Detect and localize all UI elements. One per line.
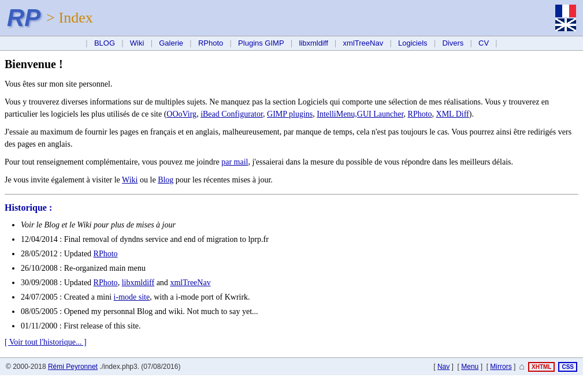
footer-path: ./index.php3. (07/08/2016)	[99, 363, 180, 371]
link-rphoto-history1[interactable]: RPhoto	[94, 249, 118, 258]
nav-blog[interactable]: BLOG	[90, 39, 120, 47]
site-logo: RP	[7, 6, 40, 30]
link-imode[interactable]: i-mode site	[114, 293, 150, 301]
para5-after: pour les récentes mises à jour.	[173, 176, 272, 184]
footer-mirrors-link[interactable]: Mirrors	[490, 363, 511, 371]
link-gimp-plugins[interactable]: GIMP plugins	[267, 110, 313, 118]
nav-divers[interactable]: Divers	[437, 39, 468, 47]
blog-link[interactable]: Blog	[158, 176, 173, 184]
nav-libxmldiff[interactable]: libxmldiff	[294, 39, 332, 47]
css-badge: CSS	[558, 362, 577, 372]
history-list: Voir le Blog et le Wiki pour plus de mis…	[21, 219, 578, 332]
para5-before: Je vous invite également à visiter le	[5, 176, 122, 184]
para4-before: Pour tout renseignement complémentaire, …	[5, 158, 221, 166]
language-paragraph: J'essaie au maximum de fournir les pages…	[5, 126, 578, 150]
list-item: Voir le Blog et le Wiki pour plus de mis…	[21, 219, 578, 231]
footer-menu-link[interactable]: Menu	[461, 363, 478, 371]
html-badge: XHTML	[528, 362, 555, 372]
nav-rphoto[interactable]: RPhoto	[194, 39, 228, 47]
contact-paragraph: Pour tout renseignement complémentaire, …	[5, 156, 578, 168]
english-flag[interactable]	[555, 18, 576, 31]
main-content: Bienvenue ! Vous êtes sur mon site perso…	[0, 51, 583, 357]
nav-logiciels[interactable]: Logiciels	[393, 39, 432, 47]
nav-galerie[interactable]: Galerie	[154, 39, 188, 47]
para5-middle: ou le	[138, 176, 158, 184]
header: RP > Index	[0, 0, 583, 36]
wiki-link[interactable]: Wiki	[122, 176, 138, 184]
welcome-heading: Bienvenue !	[5, 58, 578, 71]
copyright-text: © 2000-2018	[6, 363, 46, 371]
list-item: 26/10/2008 : Re-organized main menu	[21, 262, 578, 274]
page-title: > Index	[46, 9, 92, 27]
link-ooovirg[interactable]: OOoVirg	[166, 110, 196, 118]
footer: © 2000-2018 Rémi Peyronnet ./index.php3.…	[0, 357, 583, 375]
mail-link[interactable]: par mail	[221, 158, 248, 166]
footer-nav-link[interactable]: Nav	[437, 363, 450, 371]
french-flag[interactable]	[555, 5, 576, 17]
list-item: 01/11/2000 : First release of this site.	[21, 320, 578, 332]
footer-nav: [ Nav ] [ Menu ] [ Mirrors ] ⌂ XHTML CSS	[433, 361, 577, 372]
link-ibead[interactable]: iBead Configurator	[200, 110, 263, 118]
nav-plugins-gimp[interactable]: Plugins GIMP	[233, 39, 288, 47]
link-intellimenu[interactable]: IntelliMenu,GUI Launcher	[317, 110, 403, 118]
section-divider	[5, 194, 578, 195]
para4-after: , j'essaierai dans la mesure du possible…	[248, 158, 513, 166]
visit-paragraph: Je vous invite également à visiter le Wi…	[5, 174, 578, 186]
header-left: RP > Index	[7, 6, 93, 30]
footer-nav-links: [ Nav ] [ Menu ] [ Mirrors ]	[433, 363, 515, 371]
author-link[interactable]: Rémi Peyronnet	[48, 363, 98, 371]
list-item: 08/05/2005 : Opened my personnal Blog an…	[21, 305, 578, 318]
nav-xmltreenav[interactable]: xmlTreeNav	[339, 39, 388, 47]
nav-wiki[interactable]: Wiki	[125, 39, 149, 47]
nav-cv[interactable]: CV	[474, 39, 493, 47]
historique-heading: Historique :	[5, 203, 578, 213]
voir-tout-link[interactable]: [ Voir tout l'historique... ]	[5, 338, 87, 346]
link-xmltreenav-history[interactable]: xmlTreeNav	[170, 278, 210, 287]
language-flags	[555, 5, 576, 31]
voir-tout[interactable]: [ Voir tout l'historique... ]	[5, 338, 578, 347]
home-icon[interactable]: ⌂	[519, 361, 525, 372]
list-item: 24/07/2005 : Created a mini i-mode site,…	[21, 291, 578, 303]
navigation-bar: | BLOG | Wiki | Galerie | RPhoto | Plugi…	[0, 36, 583, 51]
intro-paragraph: Vous êtes sur mon site personnel.	[5, 78, 578, 90]
footer-copyright: © 2000-2018 Rémi Peyronnet ./index.php3.…	[6, 363, 180, 371]
link-libxmldiff-history[interactable]: libxmldiff	[122, 278, 155, 287]
link-rphoto-para2[interactable]: RPhoto	[408, 110, 432, 118]
link-xml-diff[interactable]: XML Diff	[436, 110, 469, 118]
list-item: 30/09/2008 : Updated RPhoto, libxmldiff …	[21, 277, 578, 289]
list-item: 28/05/2012 : Updated RPhoto	[21, 248, 578, 260]
link-rphoto-history2[interactable]: RPhoto	[94, 278, 118, 287]
logiciels-paragraph: Vous y trouverez diverses informations s…	[5, 96, 578, 120]
list-item: 12/04/2014 : Final removal of dyndns ser…	[21, 233, 578, 245]
